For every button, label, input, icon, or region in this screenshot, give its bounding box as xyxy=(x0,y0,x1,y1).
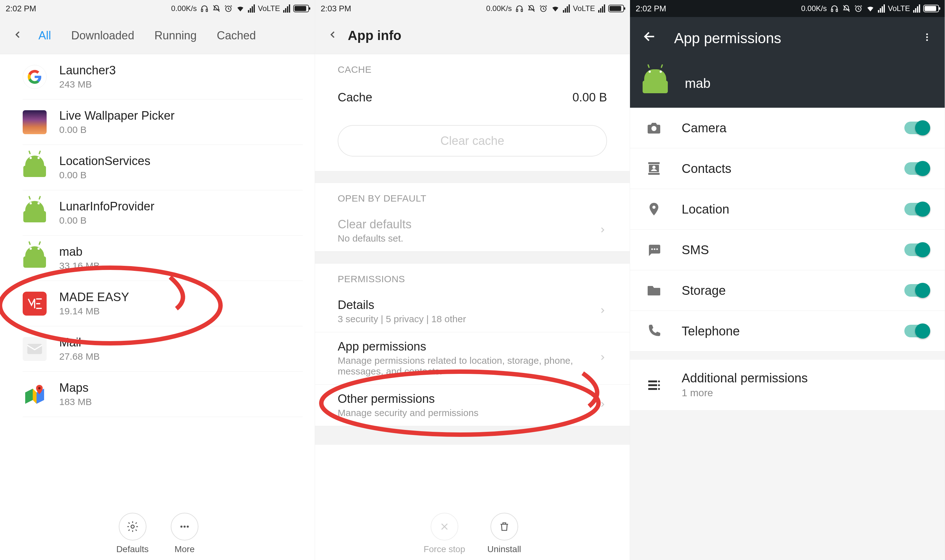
setting-sub: Manage security and permissions xyxy=(338,408,479,418)
permission-sms[interactable]: SMS xyxy=(630,229,945,270)
setting-title: Details xyxy=(338,298,466,312)
permission-contacts[interactable]: Contacts xyxy=(630,148,945,189)
permission-telephone[interactable]: Telephone xyxy=(630,311,945,351)
android-icon xyxy=(23,246,47,270)
signal-icon xyxy=(563,5,570,12)
app-row-mab[interactable]: mab 33.16 MB xyxy=(23,235,303,281)
force-stop-button[interactable]: Force stop xyxy=(424,513,465,554)
more-button[interactable]: More xyxy=(171,513,199,554)
app-size: 183 MB xyxy=(59,397,92,407)
app-permissions-row[interactable]: App permissions Manage permissions relat… xyxy=(315,332,629,385)
defaults-button[interactable]: Defaults xyxy=(116,513,149,554)
uninstall-button[interactable]: Uninstall xyxy=(487,513,521,554)
back-button[interactable] xyxy=(327,28,338,43)
svg-point-13 xyxy=(184,526,186,528)
signal-icon-2 xyxy=(913,5,920,12)
additional-permissions-row[interactable]: Additional permissions 1 more xyxy=(630,360,945,410)
other-permissions-row[interactable]: Other permissions Manage security and pe… xyxy=(315,385,629,426)
toggle-switch[interactable] xyxy=(904,203,930,215)
trash-icon xyxy=(491,513,518,540)
action-label: More xyxy=(174,544,195,554)
alarm-icon xyxy=(224,4,233,13)
app-row-location[interactable]: LocationServices 0.00 B xyxy=(23,145,303,190)
setting-text: Additional permissions 1 more xyxy=(682,371,930,399)
dnd-icon xyxy=(212,4,221,13)
android-icon xyxy=(23,155,47,180)
tab-running[interactable]: Running xyxy=(154,29,197,42)
app-row-launcher3[interactable]: Launcher3 243 MB xyxy=(23,54,303,100)
headphones-icon xyxy=(200,4,209,13)
content[interactable]: CACHE Cache 0.00 B Clear cache OPEN BY D… xyxy=(315,54,629,560)
app-name: MADE EASY xyxy=(59,291,129,304)
app-row-wallpaper[interactable]: Live Wallpaper Picker 0.00 B xyxy=(23,100,303,145)
app-row-mail[interactable]: Mail 27.68 MB xyxy=(23,326,303,372)
toggle-switch[interactable] xyxy=(904,284,930,297)
header-permissions: App permissions xyxy=(630,17,945,59)
svg-point-37 xyxy=(651,248,653,250)
back-button[interactable] xyxy=(12,28,23,43)
clear-defaults-row[interactable]: Clear defaults No defaults set. xyxy=(315,210,629,252)
app-row-maps[interactable]: Maps 183 MB xyxy=(23,372,303,417)
page-title: App permissions xyxy=(674,29,904,47)
volte-label: VoLTE xyxy=(258,4,280,13)
svg-rect-24 xyxy=(836,9,837,12)
svg-point-11 xyxy=(131,525,134,528)
svg-point-28 xyxy=(926,33,928,35)
setting-sub: 3 security | 5 privacy | 18 other xyxy=(338,314,466,325)
details-row[interactable]: Details 3 security | 5 privacy | 18 othe… xyxy=(315,291,629,332)
app-size: 0.00 B xyxy=(59,125,174,135)
volte-label: VoLTE xyxy=(573,4,595,13)
page-title: App info xyxy=(348,28,401,43)
status-bar: 2:02 PM 0.00K/s VoLTE xyxy=(0,0,315,17)
chevron-right-icon xyxy=(598,225,607,237)
storage-icon xyxy=(645,282,663,299)
permission-location[interactable]: Location xyxy=(630,189,945,229)
clear-cache-button[interactable]: Clear cache xyxy=(338,125,607,157)
svg-point-10 xyxy=(38,387,41,389)
toggle-switch[interactable] xyxy=(904,122,930,134)
madeeasy-icon xyxy=(23,292,47,315)
app-size: 33.16 MB xyxy=(59,260,100,271)
setting-text: Details 3 security | 5 privacy | 18 othe… xyxy=(338,298,466,325)
tab-downloaded[interactable]: Downloaded xyxy=(71,29,134,42)
overflow-menu-button[interactable] xyxy=(922,31,932,45)
app-list[interactable]: Launcher3 243 MB Live Wallpaper Picker 0… xyxy=(0,54,315,560)
app-text: LocationServices 0.00 B xyxy=(59,154,150,180)
section-header-permissions: PERMISSIONS xyxy=(315,264,629,291)
clear-cache-wrap: Clear cache xyxy=(315,114,629,171)
status-bar: 2:03 PM 0.00K/s VoLTE xyxy=(315,0,629,17)
permission-camera[interactable]: Camera xyxy=(630,108,945,148)
toggle-switch[interactable] xyxy=(904,162,930,175)
cache-label: Cache xyxy=(338,91,372,104)
status-icons: 0.00K/s VoLTE xyxy=(486,4,624,13)
dnd-icon xyxy=(842,4,851,13)
alarm-icon xyxy=(854,4,863,13)
gear-icon xyxy=(119,513,146,540)
toggle-switch[interactable] xyxy=(904,243,930,256)
headphones-icon xyxy=(830,4,839,13)
svg-point-39 xyxy=(656,248,658,250)
permission-storage[interactable]: Storage xyxy=(630,270,945,311)
setting-text: Clear defaults No defaults set. xyxy=(338,218,411,244)
android-icon xyxy=(643,72,669,95)
data-rate: 0.00K/s xyxy=(171,4,197,13)
app-row-lunar[interactable]: LunarInfoProvider 0.00 B xyxy=(23,190,303,235)
tab-cached[interactable]: Cached xyxy=(217,29,256,42)
app-text: Live Wallpaper Picker 0.00 B xyxy=(59,109,174,135)
svg-point-30 xyxy=(926,39,928,41)
tab-all[interactable]: All xyxy=(38,29,51,42)
action-label: Defaults xyxy=(116,544,149,554)
app-size: 0.00 B xyxy=(59,170,150,180)
setting-title: Other permissions xyxy=(338,392,479,406)
svg-point-12 xyxy=(180,526,183,528)
data-rate: 0.00K/s xyxy=(486,4,511,13)
app-name: Maps xyxy=(59,381,92,395)
camera-icon xyxy=(645,119,663,137)
toggle-switch[interactable] xyxy=(904,325,930,337)
cache-row: Cache 0.00 B xyxy=(315,81,629,114)
back-button[interactable] xyxy=(643,29,656,47)
svg-point-14 xyxy=(187,526,189,528)
chevron-right-icon xyxy=(598,352,607,365)
setting-sub: Manage permissions related to location, … xyxy=(338,355,577,377)
app-row-madeeasy[interactable]: MADE EASY 19.14 MB xyxy=(23,281,303,326)
